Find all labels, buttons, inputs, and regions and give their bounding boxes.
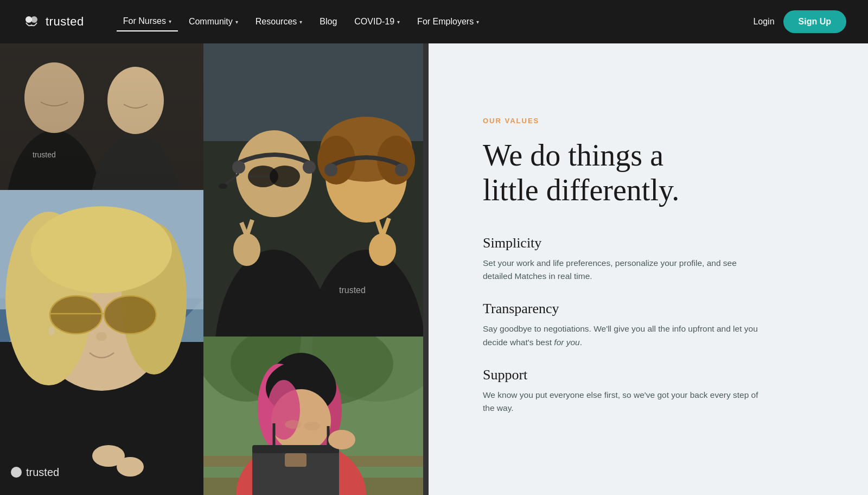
value-simplicity-desc: Set your work and life preferences, pers… xyxy=(483,257,765,284)
svg-point-81 xyxy=(328,430,355,449)
svg-point-18 xyxy=(219,183,227,189)
svg-point-57 xyxy=(11,467,22,478)
svg-point-30 xyxy=(324,163,337,176)
for-nurses-chevron-icon: ▾ xyxy=(169,18,171,24)
nav-actions: Login Sign Up xyxy=(753,10,846,33)
svg-point-22 xyxy=(233,233,260,266)
photo-helicopter-peace: trusted xyxy=(203,43,423,337)
value-transparency: Transparency Say goodbye to negotiations… xyxy=(483,301,825,350)
right-content: OUR VALUES We do things a little differe… xyxy=(429,43,868,495)
resources-chevron-icon: ▾ xyxy=(299,19,302,25)
nav-community[interactable]: Community ▾ xyxy=(182,12,245,31)
svg-point-16 xyxy=(303,161,316,174)
svg-point-54 xyxy=(48,327,55,335)
value-support: Support We know you put everyone else fi… xyxy=(483,367,825,416)
value-support-desc: We know you put everyone else first, so … xyxy=(483,389,765,416)
nav-for-nurses[interactable]: For Nurses ▾ xyxy=(117,12,178,31)
svg-point-56 xyxy=(117,457,144,477)
login-link[interactable]: Login xyxy=(753,17,774,27)
svg-point-75 xyxy=(304,422,320,430)
photo-grid: trusted xyxy=(0,43,429,495)
nav-blog[interactable]: Blog xyxy=(313,12,343,31)
svg-point-73 xyxy=(267,380,300,440)
nav-links: For Nurses ▾ Community ▾ Resources ▾ Blo… xyxy=(117,12,754,31)
photo-sunglasses-outdoors: trusted xyxy=(0,190,203,495)
transparency-text-italic: for you xyxy=(554,338,579,347)
svg-rect-78 xyxy=(285,453,307,467)
value-simplicity-title: Simplicity xyxy=(483,235,825,251)
value-support-title: Support xyxy=(483,367,825,383)
svg-point-1 xyxy=(31,16,37,23)
svg-text:trusted: trusted xyxy=(26,466,59,478)
covid19-chevron-icon: ▾ xyxy=(397,19,400,25)
value-transparency-desc: Say goodbye to negotiations. We'll give … xyxy=(483,322,765,350)
photo-pink-hair-outdoors xyxy=(203,337,423,495)
nav-covid19[interactable]: COVID-19 ▾ xyxy=(348,12,406,31)
svg-point-32 xyxy=(369,233,396,266)
svg-point-15 xyxy=(232,161,245,174)
svg-point-31 xyxy=(395,163,408,176)
nav-for-employers[interactable]: For Employers ▾ xyxy=(411,12,486,31)
svg-rect-77 xyxy=(252,445,339,453)
nav-resources[interactable]: Resources ▾ xyxy=(249,12,309,31)
for-employers-chevron-icon: ▾ xyxy=(476,19,479,25)
section-title: We do things a little differently. xyxy=(483,138,825,208)
logo-link[interactable]: trusted xyxy=(22,12,84,31)
svg-point-46 xyxy=(31,206,172,293)
logo-text: trusted xyxy=(46,15,84,29)
logo-icon xyxy=(22,12,41,31)
navbar: trusted For Nurses ▾ Community ▾ Resourc… xyxy=(0,0,868,43)
svg-text:trusted: trusted xyxy=(339,285,366,295)
main-content: trusted xyxy=(0,43,868,495)
community-chevron-icon: ▾ xyxy=(235,19,238,25)
value-transparency-title: Transparency xyxy=(483,301,825,317)
svg-rect-9 xyxy=(0,43,203,190)
value-simplicity: Simplicity Set your work and life prefer… xyxy=(483,235,825,284)
photo-nurses-pair: trusted xyxy=(0,43,203,190)
section-label: OUR VALUES xyxy=(483,117,825,125)
svg-point-74 xyxy=(285,420,301,429)
transparency-text-end: . xyxy=(580,338,582,347)
signup-button[interactable]: Sign Up xyxy=(783,10,846,33)
svg-point-20 xyxy=(270,166,300,187)
section-title-line2: little differently. xyxy=(483,173,679,207)
transparency-text-plain: Say goodbye to negotiations. We'll give … xyxy=(483,324,758,347)
svg-point-53 xyxy=(96,332,107,341)
section-title-line1: We do things a xyxy=(483,138,663,172)
